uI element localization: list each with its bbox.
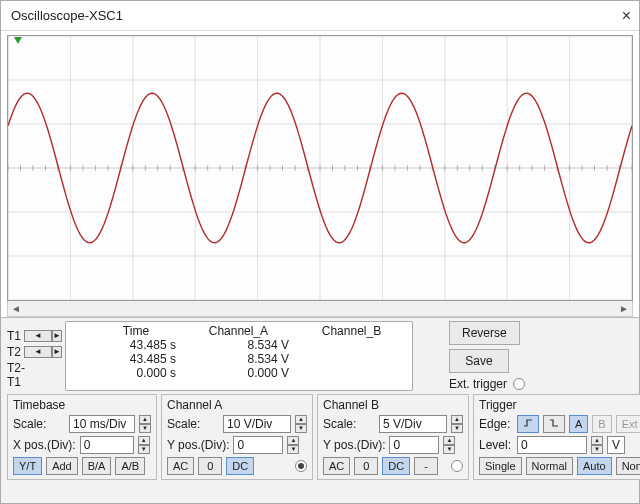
cha-dc-button[interactable]: DC — [226, 457, 254, 475]
edge-falling-button[interactable] — [543, 415, 565, 433]
chb-ypos-field[interactable]: 0 — [389, 436, 439, 454]
svg-marker-69 — [14, 37, 22, 44]
chb-zero-button[interactable]: 0 — [354, 457, 378, 475]
scroll-left-icon[interactable]: ◄ — [8, 302, 24, 316]
chb-dc-button[interactable]: DC — [382, 457, 410, 475]
cha-scale-field[interactable]: 10 V/Div — [223, 415, 291, 433]
reverse-button[interactable]: Reverse — [449, 321, 520, 345]
cursor-t2t1-label: T2-T1 — [7, 361, 35, 389]
trigger-level-unit: V — [607, 436, 625, 454]
t1-chb — [295, 338, 408, 352]
trigger-group: Trigger Edge: A B Ext Level: 0 ▲▼ — [473, 394, 640, 480]
trigger-src-ext-button[interactable]: Ext — [616, 415, 640, 433]
timebase-title: Timebase — [13, 398, 151, 412]
trigger-single-button[interactable]: Single — [479, 457, 522, 475]
trigger-src-a-button[interactable]: A — [569, 415, 588, 433]
t1-right-icon[interactable]: ► — [52, 330, 62, 342]
t2-right-icon[interactable]: ► — [52, 346, 62, 358]
control-panel: T1 ◄► T2 ◄► T2-T1 Time Channel_A — [1, 317, 639, 503]
edge-rising-button[interactable] — [517, 415, 539, 433]
t2-chb — [295, 352, 408, 366]
up-icon[interactable]: ▲ — [139, 415, 151, 424]
cursor-t2-label: T2 — [7, 345, 21, 359]
chb-scale-field[interactable]: 5 V/Div — [379, 415, 447, 433]
window-title: Oscilloscope-XSC1 — [11, 8, 123, 23]
oscilloscope-window: Oscilloscope-XSC1 × ◄ ► T1 ◄► T2 ◄► T2-T… — [0, 0, 640, 504]
timebase-xpos-field[interactable]: 0 — [80, 436, 134, 454]
timebase-scale-field[interactable]: 10 ms/Div — [69, 415, 135, 433]
t2-time: 43.485 s — [90, 352, 182, 366]
dt-chb — [295, 366, 408, 380]
cha-ac-button[interactable]: AC — [167, 457, 194, 475]
trigger-none-button[interactable]: None — [616, 457, 640, 475]
channel-a-group: Channel A Scale: 10 V/Div ▲▼ Y pos.(Div)… — [161, 394, 313, 480]
readout-head-chb: Channel_B — [295, 324, 408, 338]
mode-ba-button[interactable]: B/A — [82, 457, 112, 475]
chb-enable-indicator[interactable] — [451, 460, 463, 472]
mode-yt-button[interactable]: Y/T — [13, 457, 42, 475]
channel-b-group: Channel B Scale: 5 V/Div ▲▼ Y pos.(Div):… — [317, 394, 469, 480]
readout-head-cha: Channel_A — [182, 324, 295, 338]
trigger-level-field[interactable]: 0 — [517, 436, 587, 454]
t1-left-icon[interactable]: ◄ — [24, 330, 52, 342]
horizontal-scrollbar[interactable]: ◄ ► — [7, 301, 633, 317]
mode-ab-button[interactable]: A/B — [115, 457, 145, 475]
chb-ac-button[interactable]: AC — [323, 457, 350, 475]
trigger-auto-button[interactable]: Auto — [577, 457, 612, 475]
close-icon[interactable]: × — [591, 7, 631, 25]
down-icon[interactable]: ▼ — [139, 424, 151, 433]
channel-a-title: Channel A — [167, 398, 307, 412]
t2-cha: 8.534 V — [182, 352, 295, 366]
readout-head-time: Time — [90, 324, 182, 338]
trigger-normal-button[interactable]: Normal — [526, 457, 573, 475]
cursor-readout: Time Channel_A Channel_B 43.485 s 8.534 … — [65, 321, 413, 391]
cha-enable-indicator[interactable] — [295, 460, 307, 472]
save-button[interactable]: Save — [449, 349, 509, 373]
channel-b-title: Channel B — [323, 398, 463, 412]
cursor-t1-label: T1 — [7, 329, 21, 343]
cha-zero-button[interactable]: 0 — [198, 457, 222, 475]
t1-cha: 8.534 V — [182, 338, 295, 352]
titlebar: Oscilloscope-XSC1 × — [1, 1, 639, 31]
timebase-group: Timebase Scale: 10 ms/Div ▲▼ X pos.(Div)… — [7, 394, 157, 480]
mode-add-button[interactable]: Add — [46, 457, 78, 475]
scroll-right-icon[interactable]: ► — [616, 302, 632, 316]
ext-trigger-indicator[interactable] — [513, 378, 525, 390]
waveform-display[interactable] — [7, 35, 633, 301]
cha-ypos-field[interactable]: 0 — [233, 436, 283, 454]
dt-time: 0.000 s — [90, 366, 182, 380]
cursor-controls: T1 ◄► T2 ◄► T2-T1 — [7, 321, 59, 391]
ext-trigger-label: Ext. trigger — [449, 377, 507, 391]
t1-time: 43.485 s — [90, 338, 182, 352]
trigger-title: Trigger — [479, 398, 640, 412]
dt-cha: 0.000 V — [182, 366, 295, 380]
chb-invert-button[interactable]: - — [414, 457, 438, 475]
trigger-src-b-button[interactable]: B — [592, 415, 611, 433]
t2-left-icon[interactable]: ◄ — [24, 346, 52, 358]
